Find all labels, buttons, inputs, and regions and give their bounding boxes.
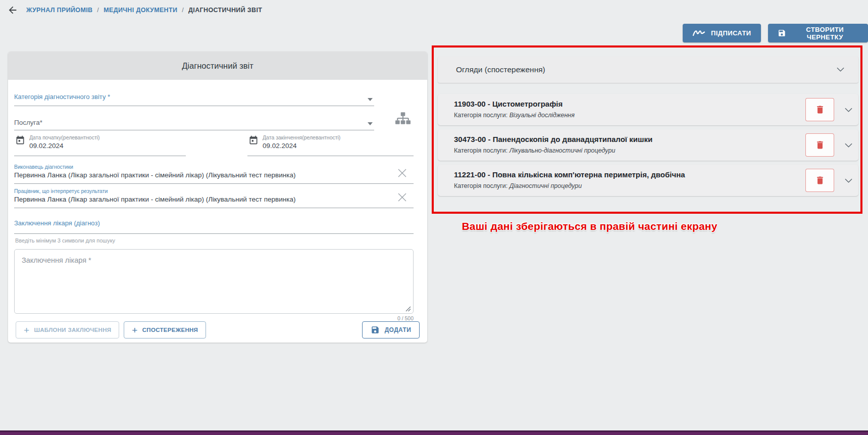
diagnosis-search-field[interactable]: Заключення лікаря (діагноз) <box>14 218 414 234</box>
char-counter: 0 / 500 <box>14 315 414 321</box>
date-start-field[interactable]: Дата початку(релевантності) 09.02.2024 <box>14 132 186 156</box>
calendar-icon <box>248 135 259 146</box>
plus-icon: + <box>132 325 137 335</box>
form-buttons: + ШАБЛОНИ ЗАКЛЮЧЕННЯ + СПОСТЕРЕЖЕННЯ <box>16 321 206 339</box>
category-value: Лікувально-діагностичні процедури <box>509 147 616 154</box>
date-end-value: 09.02.2024 <box>263 142 340 150</box>
diagnosis-label: Заключення лікаря (діагноз) <box>14 219 100 227</box>
add-button-label: ДОДАТИ <box>385 326 412 333</box>
interpreter-value: Первинна Ланка (Лікар загальної практики… <box>14 196 414 203</box>
conclusion-templates-button[interactable]: + ШАБЛОНИ ЗАКЛЮЧЕННЯ <box>16 321 119 339</box>
date-start-label: Дата початку(релевантності) <box>29 134 100 140</box>
chevron-down-icon <box>368 98 373 101</box>
sitemap-icon <box>395 112 411 125</box>
conclusion-textarea[interactable] <box>15 250 413 313</box>
chevron-down-icon[interactable] <box>845 178 852 183</box>
category-select[interactable]: Категорія діагностичного звіту * <box>14 92 374 106</box>
create-draft-button[interactable]: СТВОРИТИ ЧЕРНЕТКУ <box>768 24 868 42</box>
top-actions: ПІДПИСАТИ СТВОРИТИ ЧЕРНЕТКУ <box>683 24 868 42</box>
observation-item[interactable]: 11903-00 - Цистометрографія Категорія по… <box>438 94 858 125</box>
date-end-field[interactable]: Дата закінчення(релевантності) 09.02.202… <box>247 132 414 156</box>
conclusion-textarea-wrap <box>14 249 414 314</box>
observation-item-category: Категорія послуги: Діагностичні процедур… <box>454 182 582 189</box>
arrow-left-icon <box>7 5 18 16</box>
save-icon <box>778 28 786 38</box>
breadcrumb-current: ДІАГНОСТИЧНИЙ ЗВІТ <box>188 7 262 14</box>
calendar-icon <box>15 135 25 146</box>
observation-button[interactable]: + СПОСТЕРЕЖЕННЯ <box>124 321 206 339</box>
performer-field[interactable]: Виконавець діагностики Первинна Ланка (Л… <box>14 164 414 184</box>
date-start-value: 09.02.2024 <box>29 142 100 150</box>
observations-panel-highlight: Огляди (спостереження) 11903-00 - Цистом… <box>432 45 862 214</box>
sign-button[interactable]: ПІДПИСАТИ <box>683 24 761 42</box>
chevron-down-icon[interactable] <box>845 108 852 112</box>
observation-item-title: 30473-00 - Панендоскопія до дванадцятипа… <box>454 135 652 143</box>
delete-observation-button[interactable] <box>805 133 834 157</box>
chevron-down-icon[interactable] <box>845 143 852 148</box>
date-end-label: Дата закінчення(релевантності) <box>263 134 340 140</box>
chevron-down-icon <box>837 67 844 72</box>
category-prefix: Категорія послуги: <box>454 112 507 119</box>
back-button[interactable] <box>6 4 19 16</box>
delete-observation-button[interactable] <box>805 98 834 121</box>
delete-observation-button[interactable] <box>805 169 834 192</box>
service-select-label: Послуга* <box>14 119 42 126</box>
observations-accordion-header[interactable]: Огляди (спостереження) <box>438 57 858 83</box>
observation-button-label: СПОСТЕРЕЖЕННЯ <box>142 327 198 333</box>
plus-icon: + <box>24 325 29 335</box>
breadcrumb-separator: / <box>97 7 99 14</box>
signature-icon <box>692 29 705 37</box>
performer-value: Первинна Ланка (Лікар загальної практики… <box>14 171 414 179</box>
trash-icon <box>815 105 825 115</box>
category-prefix: Категорія послуги: <box>454 147 507 154</box>
breadcrumb-link-documents[interactable]: МЕДИЧНІ ДОКУМЕНТИ <box>104 7 177 14</box>
close-icon <box>398 193 406 202</box>
annotation-text: Ваші дані зберігаються в правій частині … <box>457 220 722 232</box>
observation-item-title: 11903-00 - Цистометрографія <box>454 100 563 108</box>
observation-item[interactable]: 11221-00 - Повна кількісна комп'ютерна п… <box>438 165 858 196</box>
add-button[interactable]: ДОДАТИ <box>362 321 420 339</box>
category-prefix: Категорія послуги: <box>454 182 507 189</box>
breadcrumb: ЖУРНАЛ ПРИЙОМІВ / МЕДИЧНІ ДОКУМЕНТИ / ДІ… <box>6 4 262 16</box>
performer-label: Виконавець діагностики <box>14 164 414 170</box>
observation-item-title: 11221-00 - Повна кількісна комп'ютерна п… <box>454 170 685 179</box>
service-select[interactable]: Послуга* <box>14 113 374 130</box>
create-draft-button-label: СТВОРИТИ ЧЕРНЕТКУ <box>791 26 858 41</box>
category-select-label: Категорія діагностичного звіту * <box>14 93 110 101</box>
category-value: Візуальні дослідження <box>509 112 575 119</box>
observation-item[interactable]: 30473-00 - Панендоскопія до дванадцятипа… <box>438 129 858 161</box>
trash-icon <box>815 175 825 185</box>
breadcrumb-separator: / <box>182 7 184 14</box>
clear-performer-button[interactable] <box>398 169 406 179</box>
save-icon <box>371 325 380 334</box>
breadcrumb-link-journal[interactable]: ЖУРНАЛ ПРИЙОМІВ <box>26 7 92 14</box>
diagnostic-report-card: Діагностичний звіт Категорія діагностичн… <box>8 52 427 343</box>
page: ЖУРНАЛ ПРИЙОМІВ / МЕДИЧНІ ДОКУМЕНТИ / ДІ… <box>0 0 868 435</box>
category-value: Діагностичні процедури <box>509 182 582 189</box>
clear-interpreter-button[interactable] <box>398 193 406 204</box>
diagnosis-search-hint: Введіть мінімум 3 символи для пошуку <box>15 237 115 244</box>
sign-button-label: ПІДПИСАТИ <box>711 29 751 37</box>
observation-item-category: Категорія послуги: Лікувально-діагностич… <box>454 147 615 154</box>
interpreter-label: Працівник, що інтерпретує результати <box>14 188 414 194</box>
footer-bar <box>0 430 868 435</box>
conclusion-templates-label: ШАБЛОНИ ЗАКЛЮЧЕННЯ <box>34 327 111 333</box>
chevron-down-icon <box>368 122 373 125</box>
form-title: Діагностичний звіт <box>8 52 427 80</box>
observations-panel-title: Огляди (спостереження) <box>456 65 545 74</box>
service-tree-button[interactable] <box>395 112 411 127</box>
observation-item-category: Категорія послуги: Візуальні дослідження <box>454 112 575 119</box>
close-icon <box>398 169 406 177</box>
interpreter-field[interactable]: Працівник, що інтерпретує результати Пер… <box>14 188 414 208</box>
trash-icon <box>815 140 825 150</box>
